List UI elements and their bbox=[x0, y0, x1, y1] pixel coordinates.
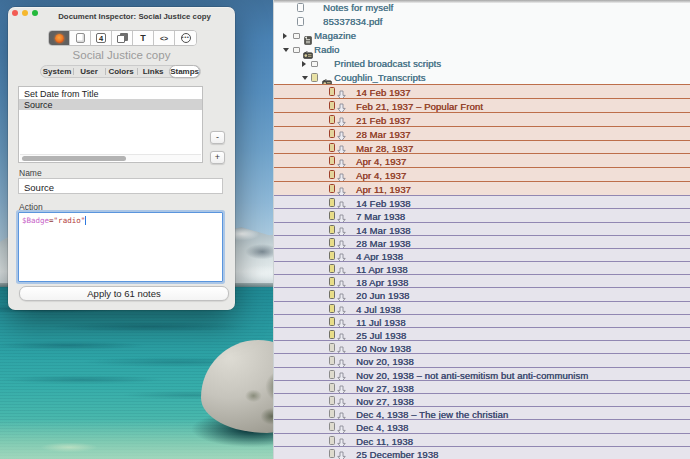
note-icon bbox=[329, 156, 335, 165]
outline-row-date[interactable]: 4 Apr 1938 bbox=[274, 248, 690, 261]
tab-links[interactable]: Links bbox=[137, 67, 169, 76]
outline-panel: Notes for myself85337834.pdfMagazineRadi… bbox=[273, 0, 690, 459]
outline-row-date[interactable]: Dec 4, 1938 – The jew the christian bbox=[274, 406, 690, 419]
disclosure-right-icon[interactable] bbox=[283, 33, 287, 39]
outline-row-date[interactable]: Apr 11, 1937 bbox=[274, 181, 690, 195]
note-icon bbox=[329, 396, 335, 405]
outline-row[interactable]: Radio bbox=[274, 42, 690, 56]
action-field[interactable]: $Badge="radio" bbox=[18, 212, 223, 282]
outline-row-date[interactable]: 20 Nov 1938 bbox=[274, 340, 690, 353]
apply-button[interactable]: Apply to 61 notes bbox=[19, 286, 229, 301]
outline-row-date[interactable]: 14 Feb 1938 bbox=[274, 195, 690, 208]
outline-row-date[interactable]: 25 December 1938 bbox=[274, 446, 690, 459]
outline-row-label: 85337834.pdf bbox=[323, 16, 382, 27]
inspector-tabs: System User Colors Links Stamps bbox=[40, 65, 201, 78]
outline-row-date[interactable]: 18 Apr 1938 bbox=[274, 274, 690, 287]
stamp-item[interactable]: Set Date from Title bbox=[19, 87, 202, 99]
note-icon bbox=[329, 356, 335, 365]
more-icon[interactable]: ••• bbox=[175, 31, 196, 45]
outline-row-date[interactable]: Feb 21, 1937 – Popular Front bbox=[274, 98, 690, 112]
zoom-button[interactable] bbox=[32, 10, 38, 16]
outline-row-date[interactable]: Nov 27, 1938 bbox=[274, 380, 690, 393]
disclosure-down-icon[interactable] bbox=[283, 48, 289, 52]
outline-row-date[interactable]: Apr 4, 1937 bbox=[274, 153, 690, 167]
outline-row-date[interactable]: 11 Apr 1938 bbox=[274, 261, 690, 274]
outline-row-label: Mar 28, 1937 bbox=[356, 143, 413, 154]
outline-row-date[interactable]: 21 Feb 1937 bbox=[274, 112, 690, 126]
appearance-icon[interactable] bbox=[70, 31, 91, 45]
outline-row-date[interactable]: 14 Mar 1938 bbox=[274, 222, 690, 235]
note-icon[interactable] bbox=[49, 31, 70, 45]
outline-row-date[interactable]: 4 Jul 1938 bbox=[274, 301, 690, 314]
note-icon bbox=[297, 3, 304, 12]
stamp-item-selected[interactable]: Source bbox=[19, 99, 202, 111]
tab-system[interactable]: System bbox=[41, 67, 73, 76]
add-stamp-button[interactable]: + bbox=[210, 151, 225, 164]
traffic-lights bbox=[12, 10, 38, 16]
inspector-toolbar: 4 T <> ••• bbox=[48, 30, 197, 46]
outline-row-date[interactable]: 7 Mar 1938 bbox=[274, 208, 690, 221]
text-icon[interactable]: T bbox=[133, 31, 154, 45]
outline-row-label: 25 December 1938 bbox=[356, 449, 438, 459]
note-icon bbox=[329, 87, 335, 96]
outline-row-date[interactable]: 25 Jul 1938 bbox=[274, 327, 690, 340]
disclosure-right-icon[interactable] bbox=[302, 61, 306, 67]
outline-row-date[interactable]: Nov 20, 1938 bbox=[274, 353, 690, 366]
window-titlebar[interactable]: Document Inspector: Social Justice copy bbox=[8, 7, 235, 26]
note-icon bbox=[329, 184, 335, 193]
note-icon bbox=[329, 198, 335, 207]
outline-row-date[interactable]: Dec 11, 1938 bbox=[274, 433, 690, 446]
horizontal-scrollbar[interactable] bbox=[20, 154, 201, 161]
outline-row[interactable]: Printed broadcast scripts bbox=[274, 56, 690, 70]
outline-row-date[interactable]: Nov 27, 1938 bbox=[274, 393, 690, 406]
outline-row-label: 28 Mar 1937 bbox=[356, 129, 410, 140]
pages-icon[interactable] bbox=[112, 31, 133, 45]
note-icon bbox=[329, 143, 335, 152]
tab-user[interactable]: User bbox=[73, 67, 105, 76]
code-icon[interactable]: <> bbox=[154, 31, 175, 45]
note-icon bbox=[329, 436, 335, 445]
tab-colors[interactable]: Colors bbox=[105, 67, 137, 76]
outline-row-date[interactable]: 14 Feb 1937 bbox=[274, 84, 690, 98]
note-icon bbox=[311, 73, 318, 82]
window-title: Document Inspector: Social Justice copy bbox=[42, 12, 227, 21]
outline-row[interactable]: Coughlin_Transcripts bbox=[274, 70, 690, 84]
note-icon bbox=[329, 238, 335, 247]
inspector-window: Document Inspector: Social Justice copy … bbox=[8, 7, 235, 310]
outline-row-date[interactable]: 28 Mar 1938 bbox=[274, 235, 690, 248]
outline-row-date[interactable]: Apr 4, 1937 bbox=[274, 167, 690, 181]
disclosure-down-icon[interactable] bbox=[302, 76, 308, 80]
outline-row-date[interactable]: Nov 20, 1938 – not anti-semitism but ant… bbox=[274, 367, 690, 380]
note-icon bbox=[329, 129, 335, 138]
outline-row-date[interactable]: Dec 4, 1938 bbox=[274, 419, 690, 432]
outline-row-label: Apr 4, 1937 bbox=[356, 170, 406, 181]
note-icon bbox=[329, 251, 335, 260]
down-arrow-icon bbox=[337, 448, 346, 459]
note-icon bbox=[329, 101, 335, 110]
close-button[interactable] bbox=[12, 10, 18, 16]
outline-row-label: Radio bbox=[314, 44, 339, 55]
outline-row-date[interactable]: 28 Mar 1937 bbox=[274, 126, 690, 140]
outline-row-date[interactable]: Mar 28, 1937 bbox=[274, 140, 690, 154]
tab-stamps[interactable]: Stamps bbox=[169, 65, 200, 78]
name-field[interactable]: Source bbox=[18, 178, 223, 194]
text-cursor bbox=[85, 216, 86, 225]
outline-row[interactable]: 85337834.pdf bbox=[274, 14, 690, 28]
note-icon bbox=[329, 317, 335, 326]
outline-row[interactable]: Magazine bbox=[274, 28, 690, 42]
outline-row-date[interactable]: 20 Jun 1938 bbox=[274, 287, 690, 300]
note-icon bbox=[329, 211, 335, 220]
minimize-button[interactable] bbox=[22, 10, 28, 16]
panel-top-edge bbox=[274, 0, 690, 3]
outline-row-label: Coughlin_Transcripts bbox=[334, 72, 425, 83]
inspector-heading: Social Justice copy bbox=[8, 49, 235, 61]
outline-row-date[interactable]: 11 Jul 1938 bbox=[274, 314, 690, 327]
scrollbar-thumb[interactable] bbox=[22, 156, 126, 161]
remove-stamp-button[interactable]: - bbox=[210, 131, 225, 144]
badge-icon[interactable]: 4 bbox=[91, 31, 112, 45]
note-icon bbox=[329, 277, 335, 286]
action-label: Action bbox=[19, 202, 43, 212]
note-icon bbox=[329, 290, 335, 299]
container-icon bbox=[293, 33, 300, 40]
code-rhs: "radio" bbox=[54, 216, 86, 225]
